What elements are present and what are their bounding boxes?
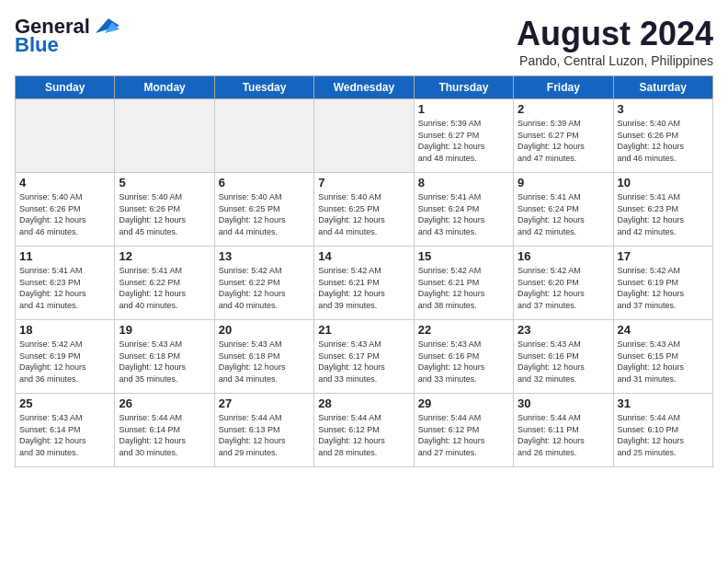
- day-number: 31: [618, 396, 709, 410]
- calendar-cell: 4Sunrise: 5:40 AM Sunset: 6:26 PM Daylig…: [16, 173, 115, 247]
- day-number: 10: [618, 176, 709, 190]
- calendar-cell: 10Sunrise: 5:41 AM Sunset: 6:23 PM Dayli…: [613, 173, 712, 247]
- calendar-cell: 12Sunrise: 5:41 AM Sunset: 6:22 PM Dayli…: [115, 247, 214, 320]
- logo: General Blue: [15, 15, 119, 57]
- cell-info: Sunrise: 5:42 AM Sunset: 6:20 PM Dayligh…: [518, 265, 609, 311]
- calendar-cell: 16Sunrise: 5:42 AM Sunset: 6:20 PM Dayli…: [514, 247, 613, 320]
- day-number: 5: [119, 176, 210, 190]
- calendar-cell: 22Sunrise: 5:43 AM Sunset: 6:16 PM Dayli…: [414, 320, 513, 394]
- cell-info: Sunrise: 5:43 AM Sunset: 6:17 PM Dayligh…: [318, 339, 409, 385]
- day-number: 29: [418, 396, 509, 410]
- cell-info: Sunrise: 5:41 AM Sunset: 6:22 PM Dayligh…: [119, 265, 210, 311]
- cell-info: Sunrise: 5:40 AM Sunset: 6:25 PM Dayligh…: [318, 191, 409, 237]
- day-number: 28: [318, 396, 409, 410]
- calendar-cell: 25Sunrise: 5:43 AM Sunset: 6:14 PM Dayli…: [16, 394, 115, 467]
- cell-info: Sunrise: 5:40 AM Sunset: 6:25 PM Dayligh…: [219, 191, 310, 237]
- calendar-cell: 18Sunrise: 5:42 AM Sunset: 6:19 PM Dayli…: [16, 320, 115, 394]
- calendar-cell: 26Sunrise: 5:44 AM Sunset: 6:14 PM Dayli…: [115, 394, 214, 467]
- day-number: 4: [19, 176, 110, 190]
- week-row-5: 25Sunrise: 5:43 AM Sunset: 6:14 PM Dayli…: [16, 394, 713, 467]
- calendar-cell: 9Sunrise: 5:41 AM Sunset: 6:24 PM Daylig…: [514, 173, 613, 247]
- day-number: 3: [618, 102, 709, 116]
- calendar-cell: 24Sunrise: 5:43 AM Sunset: 6:15 PM Dayli…: [613, 320, 712, 394]
- day-number: 26: [119, 396, 210, 410]
- calendar-header-row: SundayMondayTuesdayWednesdayThursdayFrid…: [16, 76, 713, 99]
- day-header-tuesday: Tuesday: [214, 76, 313, 99]
- day-number: 9: [518, 176, 609, 190]
- calendar-cell: 5Sunrise: 5:40 AM Sunset: 6:26 PM Daylig…: [115, 173, 214, 247]
- day-number: 8: [418, 176, 509, 190]
- calendar-cell: [16, 99, 115, 173]
- cell-info: Sunrise: 5:39 AM Sunset: 6:27 PM Dayligh…: [418, 118, 509, 164]
- cell-info: Sunrise: 5:41 AM Sunset: 6:24 PM Dayligh…: [518, 191, 609, 237]
- calendar-cell: 3Sunrise: 5:40 AM Sunset: 6:26 PM Daylig…: [613, 99, 712, 173]
- calendar-cell: 8Sunrise: 5:41 AM Sunset: 6:24 PM Daylig…: [414, 173, 513, 247]
- day-number: 2: [518, 102, 609, 116]
- cell-info: Sunrise: 5:42 AM Sunset: 6:19 PM Dayligh…: [618, 265, 709, 311]
- cell-info: Sunrise: 5:44 AM Sunset: 6:12 PM Dayligh…: [318, 412, 409, 458]
- calendar-cell: [214, 99, 313, 173]
- calendar-cell: 27Sunrise: 5:44 AM Sunset: 6:13 PM Dayli…: [214, 394, 313, 467]
- day-number: 1: [418, 102, 509, 116]
- logo-blue: Blue: [15, 33, 59, 57]
- calendar-cell: 11Sunrise: 5:41 AM Sunset: 6:23 PM Dayli…: [16, 247, 115, 320]
- calendar-cell: 31Sunrise: 5:44 AM Sunset: 6:10 PM Dayli…: [613, 394, 712, 467]
- week-row-3: 11Sunrise: 5:41 AM Sunset: 6:23 PM Dayli…: [16, 247, 713, 320]
- day-number: 16: [518, 249, 609, 263]
- day-number: 25: [19, 396, 110, 410]
- day-number: 14: [318, 249, 409, 263]
- day-number: 24: [618, 323, 709, 337]
- calendar-cell: [115, 99, 214, 173]
- calendar-cell: 23Sunrise: 5:43 AM Sunset: 6:16 PM Dayli…: [514, 320, 613, 394]
- calendar-cell: 1Sunrise: 5:39 AM Sunset: 6:27 PM Daylig…: [414, 99, 513, 173]
- cell-info: Sunrise: 5:42 AM Sunset: 6:22 PM Dayligh…: [219, 265, 310, 311]
- calendar-cell: 15Sunrise: 5:42 AM Sunset: 6:21 PM Dayli…: [414, 247, 513, 320]
- day-number: 18: [19, 323, 110, 337]
- cell-info: Sunrise: 5:43 AM Sunset: 6:15 PM Dayligh…: [618, 339, 709, 385]
- week-row-1: 1Sunrise: 5:39 AM Sunset: 6:27 PM Daylig…: [16, 99, 713, 173]
- calendar-cell: 28Sunrise: 5:44 AM Sunset: 6:12 PM Dayli…: [314, 394, 414, 467]
- day-header-wednesday: Wednesday: [314, 76, 414, 99]
- cell-info: Sunrise: 5:41 AM Sunset: 6:23 PM Dayligh…: [19, 265, 110, 311]
- cell-info: Sunrise: 5:41 AM Sunset: 6:23 PM Dayligh…: [618, 191, 709, 237]
- title-block: August 2024 Pando, Central Luzon, Philip…: [517, 15, 713, 68]
- calendar-cell: 13Sunrise: 5:42 AM Sunset: 6:22 PM Dayli…: [214, 247, 313, 320]
- calendar-cell: 21Sunrise: 5:43 AM Sunset: 6:17 PM Dayli…: [314, 320, 414, 394]
- calendar-cell: 29Sunrise: 5:44 AM Sunset: 6:12 PM Dayli…: [414, 394, 513, 467]
- cell-info: Sunrise: 5:43 AM Sunset: 6:14 PM Dayligh…: [19, 412, 110, 458]
- cell-info: Sunrise: 5:41 AM Sunset: 6:24 PM Dayligh…: [418, 191, 509, 237]
- day-number: 23: [518, 323, 609, 337]
- day-number: 19: [119, 323, 210, 337]
- location: Pando, Central Luzon, Philippines: [517, 53, 713, 68]
- day-header-friday: Friday: [514, 76, 613, 99]
- cell-info: Sunrise: 5:43 AM Sunset: 6:18 PM Dayligh…: [219, 339, 310, 385]
- day-number: 7: [318, 176, 409, 190]
- cell-info: Sunrise: 5:44 AM Sunset: 6:12 PM Dayligh…: [418, 412, 509, 458]
- cell-info: Sunrise: 5:44 AM Sunset: 6:13 PM Dayligh…: [219, 412, 310, 458]
- calendar-cell: 14Sunrise: 5:42 AM Sunset: 6:21 PM Dayli…: [314, 247, 414, 320]
- calendar-cell: 30Sunrise: 5:44 AM Sunset: 6:11 PM Dayli…: [514, 394, 613, 467]
- cell-info: Sunrise: 5:40 AM Sunset: 6:26 PM Dayligh…: [618, 118, 709, 164]
- calendar-cell: 20Sunrise: 5:43 AM Sunset: 6:18 PM Dayli…: [214, 320, 313, 394]
- week-row-2: 4Sunrise: 5:40 AM Sunset: 6:26 PM Daylig…: [16, 173, 713, 247]
- page-header: General Blue August 2024 Pando, Central …: [15, 15, 713, 68]
- day-number: 22: [418, 323, 509, 337]
- day-number: 6: [219, 176, 310, 190]
- calendar-cell: 7Sunrise: 5:40 AM Sunset: 6:25 PM Daylig…: [314, 173, 414, 247]
- month-title: August 2024: [517, 15, 713, 53]
- day-number: 13: [219, 249, 310, 263]
- day-header-sunday: Sunday: [16, 76, 115, 99]
- calendar-cell: [314, 99, 414, 173]
- cell-info: Sunrise: 5:42 AM Sunset: 6:21 PM Dayligh…: [418, 265, 509, 311]
- day-header-saturday: Saturday: [613, 76, 712, 99]
- day-number: 15: [418, 249, 509, 263]
- cell-info: Sunrise: 5:43 AM Sunset: 6:18 PM Dayligh…: [119, 339, 210, 385]
- day-number: 12: [119, 249, 210, 263]
- cell-info: Sunrise: 5:43 AM Sunset: 6:16 PM Dayligh…: [418, 339, 509, 385]
- day-number: 17: [618, 249, 709, 263]
- cell-info: Sunrise: 5:39 AM Sunset: 6:27 PM Dayligh…: [518, 118, 609, 164]
- cell-info: Sunrise: 5:43 AM Sunset: 6:16 PM Dayligh…: [518, 339, 609, 385]
- cell-info: Sunrise: 5:42 AM Sunset: 6:21 PM Dayligh…: [318, 265, 409, 311]
- cell-info: Sunrise: 5:44 AM Sunset: 6:11 PM Dayligh…: [518, 412, 609, 458]
- cell-info: Sunrise: 5:44 AM Sunset: 6:14 PM Dayligh…: [119, 412, 210, 458]
